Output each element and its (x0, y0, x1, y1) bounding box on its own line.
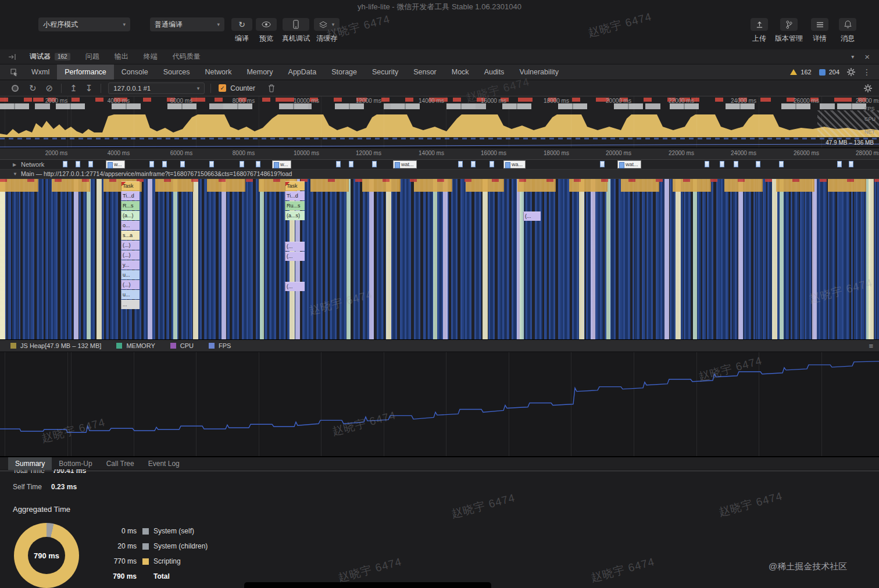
tab-sources[interactable]: Sources (156, 64, 198, 80)
network-request-icon[interactable] (63, 161, 67, 167)
target-select[interactable]: 127.0.0.1 #1 ▾ (108, 83, 205, 94)
network-request-chip[interactable]: w... (272, 160, 291, 168)
tab-memory[interactable]: Memory (239, 64, 280, 80)
network-request-icon[interactable] (471, 161, 476, 167)
network-request-icon[interactable] (256, 161, 260, 167)
flame-bar[interactable]: ... (121, 300, 140, 309)
network-request-icon[interactable] (88, 161, 93, 167)
chevron-down-icon[interactable]: ▾ (851, 53, 854, 60)
network-request-icon[interactable] (600, 161, 605, 167)
compile-button[interactable]: ↻ (231, 18, 252, 31)
device-debug-button[interactable] (283, 18, 309, 31)
tab-audits[interactable]: Audits (477, 64, 512, 80)
tab-network[interactable]: Network (198, 64, 240, 80)
tab-bottom-up[interactable]: Bottom-Up (52, 457, 99, 470)
message-button[interactable] (839, 18, 856, 31)
flame-bar[interactable]: (...) (121, 250, 140, 260)
network-request-icon[interactable] (209, 161, 214, 167)
counter-checkbox[interactable]: ✓ (219, 84, 226, 92)
panel-divider[interactable] (0, 471, 879, 471)
tab-debugger[interactable]: 调试器 162 (22, 49, 78, 64)
flame-bar[interactable]: (... (523, 211, 541, 221)
flame-bar[interactable]: (a...) (121, 211, 140, 220)
tab-console[interactable]: Console (114, 64, 156, 80)
flame-bar[interactable]: (...) (121, 280, 140, 289)
network-request-icon[interactable] (458, 161, 463, 167)
detail-button[interactable] (811, 18, 828, 31)
network-request-icon[interactable] (837, 161, 842, 167)
version-button[interactable] (780, 18, 798, 31)
flame-bar[interactable]: (... (285, 282, 305, 291)
tab-appdata[interactable]: AppData (281, 64, 324, 80)
flame-bar[interactable]: o... (121, 221, 140, 230)
flame-bar[interactable]: u... (121, 290, 140, 299)
compile-mode-select[interactable]: 普通编译 ▾ (150, 17, 224, 31)
flame-bar[interactable]: Ru...s (285, 201, 305, 210)
inspect-icon[interactable] (10, 69, 18, 76)
tab-security[interactable]: Security (365, 64, 406, 80)
tab-event-log[interactable]: Event Log (141, 457, 187, 470)
timeline-overview[interactable]: 2000 ms 4000 ms 6000 ms 8000 ms 10000 ms… (0, 96, 879, 148)
tab-sensor[interactable]: Sensor (406, 64, 444, 80)
flame-bar[interactable]: s...a (121, 231, 140, 240)
preview-button[interactable] (256, 18, 277, 31)
warning-icon[interactable] (790, 69, 797, 75)
hamburger-icon[interactable]: ≡ (869, 342, 873, 350)
memory-counter-chart[interactable] (0, 352, 879, 457)
disclosure-collapsed-icon[interactable]: ▶ (13, 162, 16, 167)
network-request-icon[interactable] (349, 161, 353, 167)
record-button[interactable] (12, 85, 19, 92)
network-request-chip[interactable]: wa... (503, 160, 526, 168)
tab-call-tree[interactable]: Call Tree (99, 457, 141, 470)
flame-bar[interactable]: y... (121, 260, 140, 270)
legend-cpu[interactable]: CPU (170, 342, 194, 349)
save-profile-icon[interactable]: ↧ (85, 84, 93, 92)
network-request-icon[interactable] (162, 161, 167, 167)
mode-select[interactable]: 小程序模式 ▾ (38, 17, 130, 31)
network-request-icon[interactable] (336, 161, 341, 167)
network-request-icon[interactable] (779, 161, 784, 167)
flame-bar[interactable]: Ti...d (285, 191, 305, 200)
capture-settings-gear-icon[interactable] (864, 84, 872, 92)
network-request-icon[interactable] (372, 161, 377, 167)
flame-bar[interactable]: Task (121, 181, 140, 191)
tab-summary[interactable]: Summary (8, 457, 52, 470)
flame-bar[interactable]: Ti...d (121, 191, 140, 200)
clear-icon[interactable]: ⊘ (46, 84, 53, 92)
tab-terminal[interactable]: 终端 (136, 49, 165, 64)
network-request-icon[interactable] (149, 161, 154, 167)
legend-memory[interactable]: MEMORY (116, 342, 155, 349)
network-request-icon[interactable] (489, 161, 494, 167)
network-request-icon[interactable] (720, 161, 724, 167)
tab-output[interactable]: 输出 (107, 49, 136, 64)
tab-vulnerability[interactable]: Vulnerability (512, 64, 566, 80)
kebab-menu-icon[interactable]: ⋮ (863, 67, 871, 77)
network-request-icon[interactable] (705, 161, 709, 167)
network-request-icon[interactable] (240, 161, 244, 167)
error-icon[interactable] (819, 69, 826, 76)
flame-bar[interactable]: (...) (121, 241, 140, 250)
upload-button[interactable] (751, 18, 768, 31)
flame-bar[interactable]: (a...s) (285, 211, 305, 220)
close-icon[interactable]: × (864, 52, 870, 62)
network-request-icon[interactable] (756, 161, 760, 167)
trash-icon[interactable] (268, 84, 275, 92)
legend-fps[interactable]: FPS (209, 342, 231, 349)
network-request-icon[interactable] (734, 161, 738, 167)
flame-bar[interactable]: (... (285, 242, 305, 251)
load-profile-icon[interactable]: ↥ (70, 84, 77, 92)
network-request-icon[interactable] (76, 161, 80, 167)
tab-problems[interactable]: 问题 (78, 49, 107, 64)
flame-bar[interactable]: (... (285, 252, 305, 261)
main-thread-track-header[interactable]: ▼ Main — http://127.0.0.1:27714/appservi… (0, 170, 879, 179)
gear-icon[interactable] (847, 68, 855, 76)
disclosure-expanded-icon[interactable]: ▼ (13, 171, 17, 177)
tab-performance[interactable]: Performance (57, 64, 114, 80)
flame-bar[interactable]: Task (285, 181, 305, 191)
reload-icon[interactable]: ↻ (29, 84, 37, 92)
network-track[interactable]: ▶ Network w... w... wat... wa... wat... (0, 160, 879, 170)
flame-bar[interactable]: u... (121, 270, 140, 279)
tab-mock[interactable]: Mock (444, 64, 477, 80)
tab-wxml[interactable]: Wxml (24, 64, 57, 80)
network-request-chip[interactable]: wat... (617, 160, 641, 168)
